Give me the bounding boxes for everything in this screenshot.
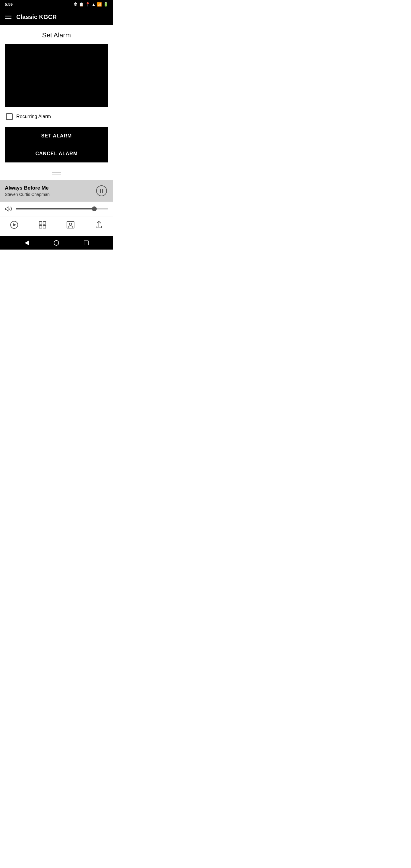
drag-handle — [52, 172, 61, 176]
svg-marker-0 — [5, 207, 8, 211]
track-title: Always Before Me — [5, 185, 50, 191]
volume-slider[interactable] — [16, 208, 108, 210]
cancel-alarm-button[interactable]: CANCEL ALARM — [5, 145, 108, 162]
activity-icon: ⏱ — [73, 2, 77, 7]
recurring-alarm-label: Recurring Alarm — [16, 114, 51, 119]
clock-display — [5, 44, 108, 107]
svg-rect-4 — [43, 221, 46, 224]
now-playing-info: Always Before Me Steven Curtis Chapman — [5, 185, 50, 197]
main-content: Set Alarm Recurring Alarm SET ALARM CANC… — [0, 25, 113, 180]
pause-button[interactable] — [95, 184, 108, 197]
bottom-nav — [0, 216, 113, 236]
status-icons: ⏱ 📋 📍 ▲ 📶 🔋 — [73, 2, 108, 7]
volume-icon — [5, 205, 12, 213]
header-title: Classic KGCR — [16, 13, 57, 21]
android-back-button[interactable] — [23, 239, 30, 247]
volume-bar-container — [0, 202, 113, 216]
set-alarm-button[interactable]: SET ALARM — [5, 127, 108, 145]
alarm-buttons: SET ALARM CANCEL ALARM — [5, 127, 108, 162]
header: Classic KGCR — [0, 8, 113, 25]
nav-share[interactable] — [91, 219, 107, 232]
battery-icon: 🔋 — [103, 2, 108, 7]
track-artist: Steven Curtis Chapman — [5, 192, 50, 197]
svg-marker-2 — [13, 223, 16, 226]
recurring-alarm-row: Recurring Alarm — [5, 113, 108, 120]
svg-point-8 — [69, 223, 72, 225]
nav-play[interactable] — [6, 219, 22, 232]
location-icon: 📍 — [85, 2, 90, 7]
home-icon — [54, 240, 59, 246]
status-bar: 5:59 ⏱ 📋 📍 ▲ 📶 🔋 — [0, 0, 113, 8]
grid-icon — [38, 221, 47, 231]
volume-thumb — [92, 207, 97, 211]
nav-contact[interactable] — [63, 219, 78, 232]
status-time: 5:59 — [5, 2, 13, 7]
page-title: Set Alarm — [42, 31, 71, 39]
wifi-icon: ▲ — [92, 2, 96, 7]
recurring-alarm-checkbox[interactable] — [6, 113, 13, 120]
volume-fill — [16, 208, 94, 210]
svg-rect-7 — [67, 221, 74, 228]
menu-button[interactable] — [5, 15, 11, 19]
svg-rect-6 — [43, 225, 46, 228]
android-recents-button[interactable] — [83, 239, 90, 247]
android-nav-bar — [0, 236, 113, 250]
share-icon — [95, 221, 103, 231]
svg-rect-3 — [39, 221, 42, 224]
pause-icon — [96, 185, 107, 196]
signal-icon: 📶 — [97, 2, 102, 7]
android-home-button[interactable] — [53, 239, 60, 247]
play-icon — [10, 221, 19, 231]
back-icon — [25, 241, 29, 245]
now-playing-bar: Always Before Me Steven Curtis Chapman — [0, 180, 113, 202]
nav-grid[interactable] — [35, 219, 50, 232]
recents-icon — [84, 241, 89, 245]
notification-icon: 📋 — [79, 2, 84, 7]
contact-icon — [66, 221, 75, 231]
svg-rect-5 — [39, 225, 42, 228]
